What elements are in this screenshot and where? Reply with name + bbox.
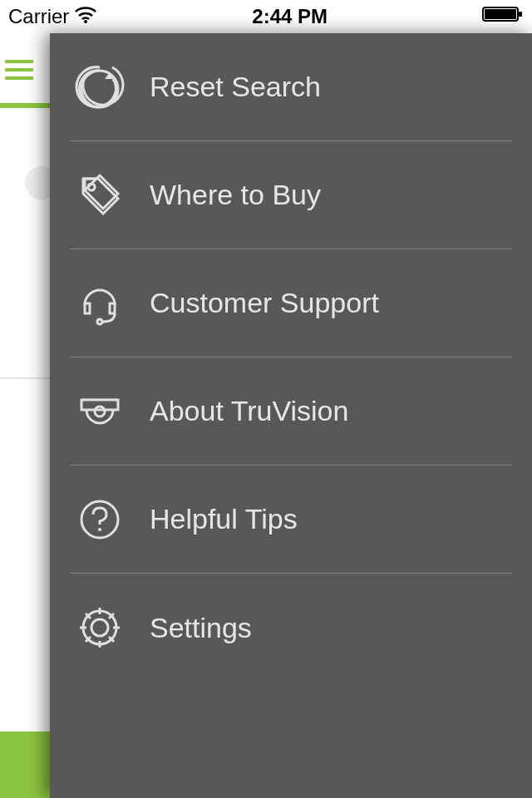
battery-icon: [482, 5, 524, 28]
background-divider: [0, 377, 50, 379]
menu-label: About TruVision: [141, 395, 348, 427]
menu-item-customer-support[interactable]: Customer Support: [70, 249, 512, 357]
menu-label: Where to Buy: [141, 179, 321, 211]
menu-label: Reset Search: [141, 71, 321, 103]
svg-point-5: [88, 184, 95, 190]
help-icon: [75, 495, 141, 544]
reset-icon: [75, 62, 141, 112]
svg-point-0: [84, 20, 87, 23]
bottom-banner: [0, 732, 50, 798]
menu-item-about-truvision[interactable]: About TruVision: [70, 357, 512, 466]
svg-point-6: [97, 319, 102, 324]
svg-point-9: [98, 528, 101, 531]
hamburger-menu-button[interactable]: [5, 60, 33, 80]
svg-rect-3: [519, 12, 522, 17]
svg-point-7: [95, 406, 105, 416]
svg-point-10: [91, 619, 108, 636]
wifi-icon: [74, 5, 97, 28]
menu-item-where-to-buy[interactable]: Where to Buy: [70, 141, 512, 249]
menu-label: Customer Support: [141, 287, 379, 319]
gear-icon: [75, 603, 141, 653]
camera-dome-icon: [75, 387, 141, 436]
svg-rect-2: [485, 9, 516, 19]
side-drawer: Reset Search Where to Buy: [50, 33, 532, 798]
menu-item-reset-search[interactable]: Reset Search: [70, 33, 512, 141]
menu-label: Settings: [141, 612, 252, 644]
menu-item-settings[interactable]: Settings: [70, 574, 512, 682]
headset-icon: [75, 278, 141, 328]
svg-point-11: [83, 611, 116, 644]
status-time: 2:44 PM: [252, 5, 328, 28]
background-content: [0, 0, 50, 798]
menu-label: Helpful Tips: [141, 503, 298, 535]
svg-point-4: [81, 71, 118, 107]
carrier-label: Carrier: [8, 5, 69, 28]
status-bar: Carrier 2:44 PM: [0, 0, 532, 33]
menu-item-helpful-tips[interactable]: Helpful Tips: [70, 466, 512, 574]
tag-icon: [75, 170, 141, 220]
header-accent-underline: [0, 103, 50, 108]
